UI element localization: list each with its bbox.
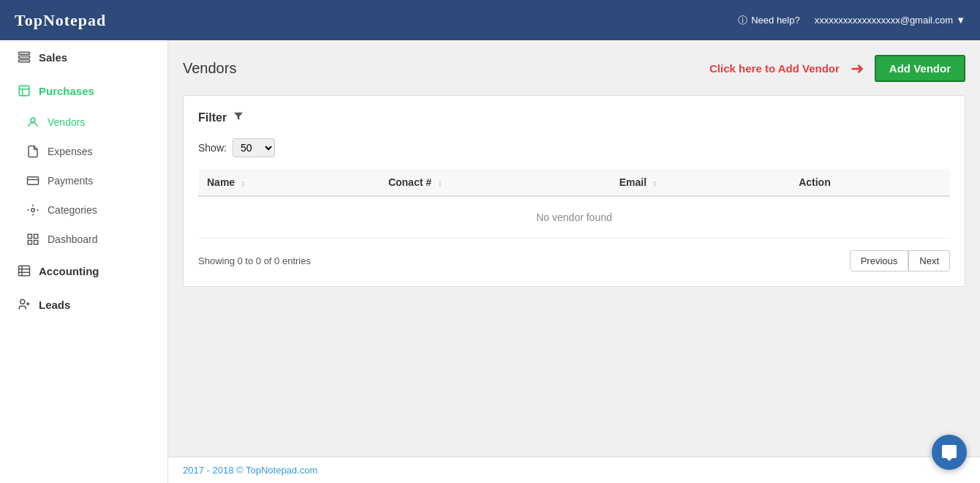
previous-button[interactable]: Previous bbox=[850, 250, 909, 272]
page-header-right: Click here to Add Vendor ➜ Add Vendor bbox=[709, 55, 965, 82]
sidebar-categories-label: Categories bbox=[48, 204, 97, 216]
svg-rect-14 bbox=[19, 266, 30, 276]
vendors-table: Name ↕ Conact # ↕ Email ↕ Action bbox=[198, 169, 950, 239]
payments-icon bbox=[26, 173, 40, 188]
app-header: TopNotepad ⓘ Need help? xxxxxxxxxxxxxxxx… bbox=[0, 0, 980, 40]
show-row: Show: 10 25 50 100 bbox=[198, 138, 950, 157]
sidebar-item-dashboard[interactable]: Dashboard bbox=[0, 225, 167, 254]
svg-rect-2 bbox=[19, 60, 30, 62]
page-title: Vendors bbox=[183, 60, 236, 77]
col-name: Name ↕ bbox=[198, 169, 380, 196]
svg-rect-11 bbox=[34, 234, 38, 238]
svg-rect-13 bbox=[34, 241, 38, 244]
col-email: Email ↕ bbox=[611, 169, 790, 196]
header-right: ⓘ Need help? xxxxxxxxxxxxxxxxxx@gmail.co… bbox=[738, 14, 965, 27]
svg-point-9 bbox=[31, 209, 35, 212]
sidebar-purchases-label: Purchases bbox=[39, 85, 94, 97]
expenses-icon bbox=[26, 144, 40, 159]
col-action: Action bbox=[790, 169, 950, 196]
show-label: Show: bbox=[198, 142, 227, 154]
filter-icon bbox=[233, 111, 244, 125]
sales-icon bbox=[17, 50, 31, 64]
filter-header: Filter bbox=[198, 111, 950, 125]
svg-rect-1 bbox=[19, 56, 30, 59]
col-contact: Conact # ↕ bbox=[380, 169, 611, 196]
sidebar-item-payments[interactable]: Payments bbox=[0, 166, 167, 195]
svg-rect-7 bbox=[28, 177, 39, 185]
svg-rect-12 bbox=[28, 241, 31, 244]
main-content: Vendors Click here to Add Vendor ➜ Add V… bbox=[168, 40, 980, 483]
sidebar-item-expenses[interactable]: Expenses bbox=[0, 137, 167, 166]
need-help[interactable]: ⓘ Need help? bbox=[738, 14, 800, 27]
pagination-buttons: Previous Next bbox=[850, 250, 950, 272]
purchases-icon bbox=[17, 83, 31, 98]
sidebar-expenses-label: Expenses bbox=[48, 146, 92, 157]
sidebar-item-accounting[interactable]: Accounting bbox=[0, 254, 167, 288]
page-header: Vendors Click here to Add Vendor ➜ Add V… bbox=[183, 55, 965, 82]
svg-point-18 bbox=[20, 299, 25, 304]
sidebar-vendors-label: Vendors bbox=[48, 116, 85, 128]
sort-contact-icon[interactable]: ↕ bbox=[438, 179, 442, 187]
sidebar-item-vendors[interactable]: Vendors bbox=[0, 108, 167, 137]
filter-label: Filter bbox=[198, 111, 227, 124]
dropdown-icon: ▼ bbox=[956, 15, 965, 26]
sidebar-item-sales[interactable]: Sales bbox=[0, 40, 167, 74]
sidebar-dashboard-label: Dashboard bbox=[48, 233, 98, 245]
svg-rect-10 bbox=[28, 234, 31, 238]
sidebar-item-categories[interactable]: Categories bbox=[0, 195, 167, 225]
footer: 2017 - 2018 © TopNotepad.com bbox=[168, 457, 980, 483]
sidebar-sales-label: Sales bbox=[39, 51, 67, 64]
accounting-icon bbox=[17, 263, 31, 278]
no-data-message: No vendor found bbox=[198, 196, 950, 239]
chat-bubble[interactable] bbox=[932, 435, 967, 470]
footer-link[interactable]: 2017 - 2018 © TopNotepad.com bbox=[183, 465, 317, 476]
svg-rect-0 bbox=[19, 52, 30, 54]
sidebar-payments-label: Payments bbox=[48, 175, 93, 187]
next-button[interactable]: Next bbox=[908, 250, 950, 272]
arrow-right-icon: ➜ bbox=[851, 59, 864, 78]
vendors-card: Filter Show: 10 25 50 100 bbox=[183, 95, 965, 287]
svg-point-6 bbox=[31, 118, 35, 122]
add-vendor-button[interactable]: Add Vendor bbox=[875, 55, 965, 82]
svg-rect-3 bbox=[19, 86, 29, 96]
pagination-row: Showing 0 to 0 of 0 entries Previous Nex… bbox=[198, 250, 950, 272]
sidebar-leads-label: Leads bbox=[39, 299, 70, 311]
leads-icon bbox=[17, 297, 31, 312]
main-layout: Sales Purchases Vendors bbox=[0, 40, 980, 483]
user-email[interactable]: xxxxxxxxxxxxxxxxxx@gmail.com ▼ bbox=[815, 15, 965, 26]
showing-text: Showing 0 to 0 of 0 entries bbox=[198, 255, 311, 266]
dashboard-icon bbox=[26, 232, 40, 247]
sidebar-accounting-label: Accounting bbox=[39, 265, 99, 277]
sort-name-icon[interactable]: ↕ bbox=[241, 179, 246, 187]
help-icon: ⓘ bbox=[738, 14, 747, 27]
sidebar: Sales Purchases Vendors bbox=[0, 40, 168, 483]
sidebar-item-leads[interactable]: Leads bbox=[0, 288, 167, 321]
show-select[interactable]: 10 25 50 100 bbox=[233, 138, 275, 157]
categories-icon bbox=[26, 203, 40, 217]
sort-email-icon[interactable]: ↕ bbox=[653, 179, 657, 187]
app-logo: TopNotepad bbox=[15, 11, 106, 30]
sidebar-item-purchases[interactable]: Purchases bbox=[0, 74, 167, 108]
click-hint-text: Click here to Add Vendor bbox=[709, 62, 840, 75]
vendors-icon bbox=[26, 115, 40, 130]
no-data-row: No vendor found bbox=[198, 196, 950, 239]
